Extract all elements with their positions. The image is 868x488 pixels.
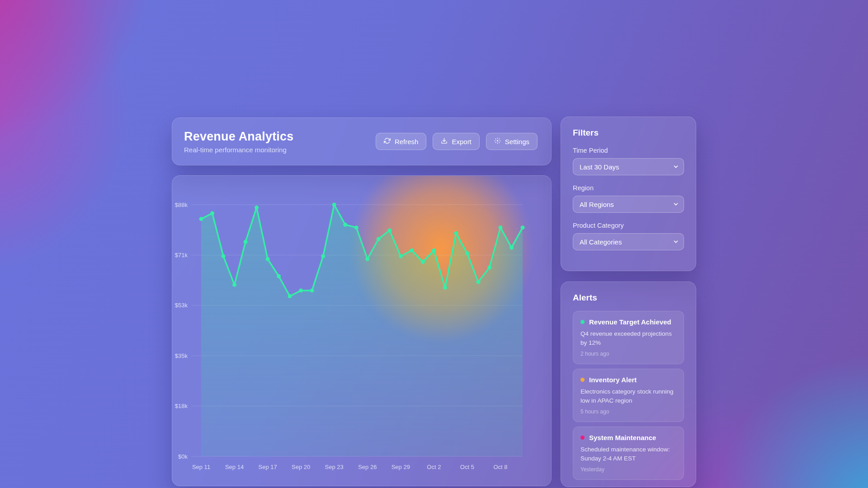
- alerts-panel: Alerts Revenue Target Achieved Q4 revenu…: [561, 282, 696, 487]
- svg-text:Oct 5: Oct 5: [460, 464, 474, 470]
- time-period-select-wrap: Last 30 Days: [573, 158, 684, 175]
- svg-text:Sep 29: Sep 29: [392, 464, 410, 470]
- svg-text:Sep 14: Sep 14: [225, 464, 244, 470]
- filter-group-time-period: Time Period Last 30 Days: [573, 147, 684, 175]
- alert-title: Inventory Alert: [589, 376, 637, 384]
- svg-text:$35k: $35k: [175, 352, 188, 359]
- product-category-label: Product Category: [573, 222, 684, 229]
- alert-title: Revenue Target Achieved: [589, 318, 671, 326]
- settings-button-label: Settings: [505, 138, 529, 145]
- region-select[interactable]: All Regions: [573, 196, 684, 213]
- page-subtitle: Real-time performance monitoring: [184, 146, 294, 154]
- export-button[interactable]: Export: [433, 133, 479, 150]
- svg-text:Sep 20: Sep 20: [292, 464, 310, 470]
- header-actions: Refresh Export Settings: [376, 133, 538, 150]
- svg-text:Oct 8: Oct 8: [493, 464, 507, 470]
- svg-text:Sep 11: Sep 11: [192, 464, 210, 470]
- product-category-select-wrap: All Categories: [573, 233, 684, 250]
- alert-title: System Maintenance: [589, 434, 656, 441]
- alerts-title: Alerts: [573, 293, 684, 303]
- alert-timestamp: Yesterday: [580, 466, 676, 473]
- refresh-button-label: Refresh: [395, 138, 419, 145]
- filter-group-region: Region All Regions: [573, 184, 684, 213]
- svg-text:Sep 23: Sep 23: [325, 464, 344, 470]
- alert-list: Revenue Target Achieved Q4 revenue excee…: [573, 311, 684, 480]
- download-icon: [441, 137, 448, 145]
- page-title: Revenue Analytics: [184, 130, 294, 144]
- dashboard-background: Revenue Analytics Real-time performance …: [0, 0, 868, 488]
- alert-description: Scheduled maintenance window: Sunday 2-4…: [580, 445, 676, 463]
- refresh-icon: [384, 137, 391, 145]
- region-select-wrap: All Regions: [573, 196, 684, 213]
- filters-title: Filters: [573, 128, 684, 138]
- product-category-select[interactable]: All Categories: [573, 233, 684, 250]
- settings-button[interactable]: Settings: [486, 133, 538, 150]
- region-label: Region: [573, 184, 684, 192]
- revenue-line-chart: $0k$18k$35k$53k$71k$88kSep 11Sep 14Sep 1…: [172, 176, 552, 486]
- alert-item-maintenance: System Maintenance Scheduled maintenance…: [573, 427, 684, 480]
- time-period-select[interactable]: Last 30 Days: [573, 158, 684, 175]
- svg-text:Oct 2: Oct 2: [427, 464, 441, 470]
- status-dot-green: [580, 320, 585, 324]
- header-text-block: Revenue Analytics Real-time performance …: [184, 130, 294, 154]
- alert-description: Q4 revenue exceeded projections by 12%: [580, 329, 676, 347]
- header-card: Revenue Analytics Real-time performance …: [172, 117, 552, 165]
- alert-timestamp: 2 hours ago: [580, 351, 676, 357]
- status-dot-amber: [580, 378, 585, 382]
- svg-text:$18k: $18k: [175, 403, 188, 409]
- export-button-label: Export: [452, 138, 471, 145]
- filter-group-product-category: Product Category All Categories: [573, 222, 684, 250]
- refresh-button[interactable]: Refresh: [376, 133, 427, 150]
- alert-timestamp: 5 hours ago: [580, 408, 676, 415]
- alert-description: Electronics category stock running low i…: [580, 387, 676, 405]
- gear-icon: [494, 137, 501, 145]
- svg-text:$53k: $53k: [175, 302, 188, 309]
- status-dot-pink: [580, 436, 585, 440]
- svg-text:$88k: $88k: [175, 202, 188, 208]
- svg-text:Sep 17: Sep 17: [259, 464, 277, 470]
- alert-item-inventory: Inventory Alert Electronics category sto…: [573, 369, 684, 422]
- svg-text:Sep 26: Sep 26: [358, 464, 377, 470]
- revenue-chart-card: $0k$18k$35k$53k$71k$88kSep 11Sep 14Sep 1…: [172, 175, 552, 486]
- svg-text:$0k: $0k: [178, 453, 188, 460]
- time-period-label: Time Period: [573, 147, 684, 154]
- svg-text:$71k: $71k: [175, 252, 188, 258]
- alert-item-revenue-target: Revenue Target Achieved Q4 revenue excee…: [573, 311, 684, 364]
- filters-panel: Filters Time Period Last 30 Days Region …: [561, 117, 696, 271]
